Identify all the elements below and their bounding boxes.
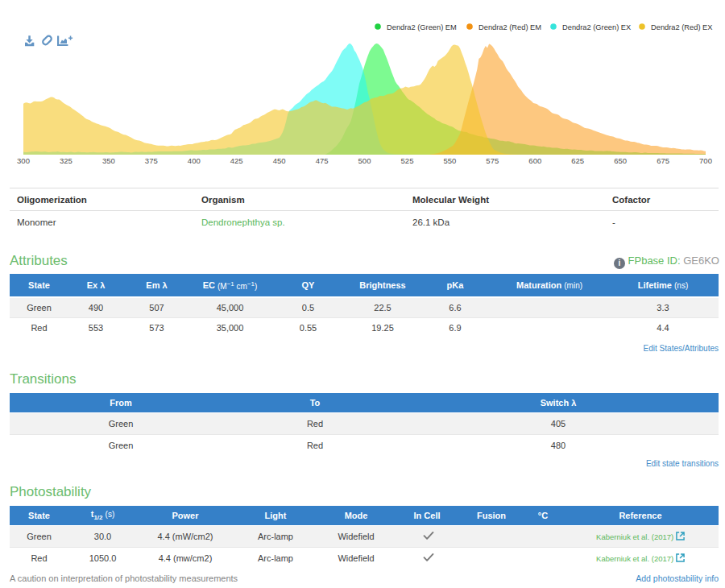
svg-text:550: 550 bbox=[443, 156, 456, 165]
svg-text:525: 525 bbox=[401, 156, 414, 165]
svg-text:450: 450 bbox=[273, 156, 286, 165]
svg-text:575: 575 bbox=[486, 156, 499, 165]
svg-text:325: 325 bbox=[60, 156, 72, 165]
svg-text:425: 425 bbox=[230, 156, 243, 165]
svg-text:Dendra2 (Red) EX: Dendra2 (Red) EX bbox=[651, 23, 712, 31]
svg-text:Dendra2 (Green) EM: Dendra2 (Green) EM bbox=[387, 23, 457, 31]
svg-text:Dendra2 (Green) EX: Dendra2 (Green) EX bbox=[562, 23, 631, 31]
svg-text:475: 475 bbox=[316, 156, 329, 165]
svg-text:375: 375 bbox=[145, 156, 158, 165]
svg-text:Dendra2 (Red) EM: Dendra2 (Red) EM bbox=[478, 23, 541, 31]
svg-text:350: 350 bbox=[102, 156, 115, 165]
svg-text:650: 650 bbox=[614, 156, 627, 165]
svg-text:625: 625 bbox=[571, 156, 584, 165]
svg-text:300: 300 bbox=[17, 156, 30, 165]
svg-text:500: 500 bbox=[358, 156, 371, 165]
svg-text:400: 400 bbox=[188, 156, 201, 165]
svg-text:600: 600 bbox=[528, 156, 541, 165]
svg-text:675: 675 bbox=[657, 156, 669, 165]
svg-text:700: 700 bbox=[699, 156, 712, 165]
